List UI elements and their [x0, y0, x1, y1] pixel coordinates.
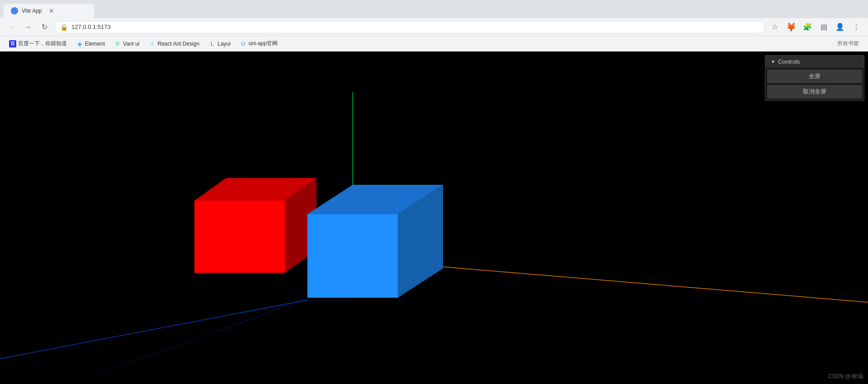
puzzle-icon[interactable]: 🧩	[801, 21, 814, 33]
tab-title: Vite App	[22, 8, 42, 14]
uni-icon: U	[240, 40, 247, 47]
bookmark-element[interactable]: ◈ Element	[72, 38, 108, 49]
bookmark-uni-label: uni-app官网	[249, 40, 278, 47]
bookmark-uni[interactable]: U uni-app官网	[236, 38, 281, 49]
tab-favicon	[11, 7, 18, 14]
content-area: ▼ Controls 全屏 取消全屏 CSDN @·耿瑞·	[0, 52, 868, 384]
svg-marker-12	[194, 201, 285, 273]
watermark-text: CSDN @·耿瑞·	[828, 373, 864, 379]
extensions-icon[interactable]: 🦊	[785, 21, 797, 33]
fullscreen-button[interactable]: 全屏	[767, 70, 862, 83]
bookmark-layui[interactable]: L Layui	[205, 38, 234, 49]
back-button[interactable]: ←	[5, 21, 18, 33]
browser-tab[interactable]: Vite App ✕	[4, 4, 94, 18]
nav-bar: ← → ↻ 🔒 127.0.0.1:5173 ☆ 🦊 🧩 ▤ 👤 ⋮	[0, 18, 868, 36]
bookmark-baidu-label: 百度一下，你就知道	[18, 40, 67, 47]
controls-arrow-icon: ▼	[771, 59, 775, 64]
forward-button[interactable]: →	[22, 21, 34, 33]
all-bookmarks-label: 所有书签	[837, 40, 859, 47]
watermark: CSDN @·耿瑞·	[828, 373, 864, 380]
address-bar[interactable]: 🔒 127.0.0.1:5173	[54, 21, 765, 33]
nav-icons: ☆ 🦊 🧩 ▤ 👤 ⋮	[769, 21, 863, 33]
controls-panel: ▼ Controls 全屏 取消全屏	[765, 55, 864, 101]
svg-marker-15	[307, 214, 398, 298]
sidebar-icon[interactable]: ▤	[817, 21, 830, 33]
bookmark-vant[interactable]: V Vant ui	[110, 38, 143, 49]
bookmark-layui-label: Layui	[217, 41, 231, 47]
menu-icon[interactable]: ⋮	[850, 21, 863, 33]
all-bookmarks-button[interactable]: 所有书签	[834, 38, 863, 49]
bookmark-star-icon[interactable]: ☆	[769, 21, 781, 33]
controls-body: 全屏 取消全屏	[765, 68, 864, 100]
layui-icon: L	[208, 40, 216, 47]
browser-frame: Vite App ✕ ← → ↻ 🔒 127.0.0.1:5173 ☆ 🦊 🧩 …	[0, 0, 868, 384]
profile-icon[interactable]: 👤	[834, 21, 846, 33]
baidu-icon: 百	[9, 40, 16, 47]
controls-header[interactable]: ▼ Controls	[765, 56, 864, 68]
react-icon: ⚛	[149, 40, 156, 47]
bookmarks-bar: 百 百度一下，你就知道 ◈ Element V Vant ui ⚛ React …	[0, 36, 868, 52]
element-icon: ◈	[76, 40, 83, 47]
tab-close-button[interactable]: ✕	[49, 7, 54, 14]
bookmark-element-label: Element	[85, 41, 105, 47]
bookmark-vant-label: Vant ui	[123, 41, 139, 47]
lock-icon: 🔒	[60, 23, 68, 31]
bookmark-react[interactable]: ⚛ React Ant Design	[145, 38, 203, 49]
exit-fullscreen-button[interactable]: 取消全屏	[767, 85, 862, 98]
tab-bar: Vite App ✕	[0, 0, 868, 18]
bookmark-baidu[interactable]: 百 百度一下，你就知道	[5, 38, 71, 49]
scene-svg	[0, 52, 868, 384]
reload-button[interactable]: ↻	[38, 21, 51, 33]
vant-icon: V	[114, 40, 121, 47]
address-text: 127.0.0.1:5173	[71, 23, 759, 30]
controls-title: Controls	[778, 58, 800, 65]
bookmark-react-label: React Ant Design	[158, 41, 200, 47]
